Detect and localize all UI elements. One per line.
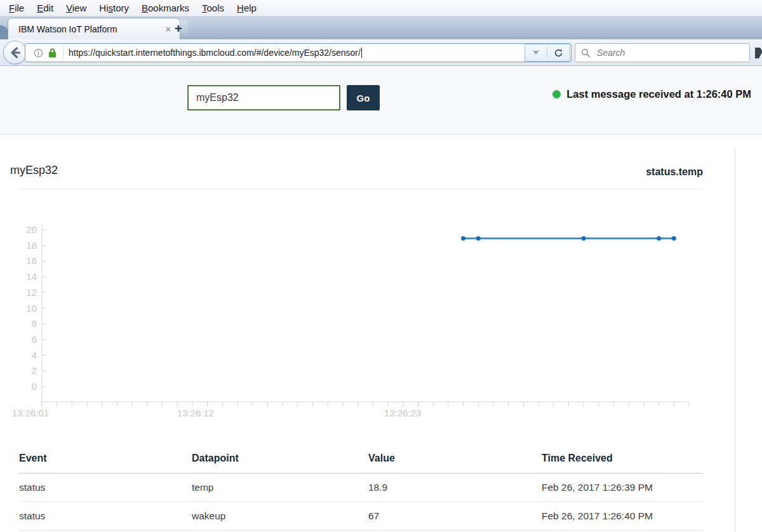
sensor-chart: 0246810121416182013:26:0113:26:1213:26:2… (0, 216, 762, 425)
metric-label: status.temp (646, 166, 703, 178)
reload-icon (554, 48, 563, 58)
back-button[interactable] (3, 41, 27, 64)
device-title: myEsp32 (10, 164, 58, 177)
table-cell: 18.9 (368, 482, 542, 493)
tab-strip: IBM Watson IoT Platform × + (0, 16, 762, 39)
url-bar[interactable]: https://quickstart.internetofthings.ibmc… (25, 43, 572, 62)
table-cell: Feb 26, 2017 1:26:40 PM (542, 510, 703, 522)
clipped-toolbar-icon[interactable] (754, 46, 762, 60)
table-cell: status (19, 510, 192, 522)
svg-text:18: 18 (26, 240, 37, 251)
menu-bookmarks[interactable]: Bookmarks (135, 1, 196, 15)
svg-text:0: 0 (32, 381, 37, 392)
svg-text:6: 6 (32, 334, 37, 345)
device-id-input[interactable] (187, 85, 340, 110)
svg-text:12: 12 (26, 287, 37, 298)
svg-text:8: 8 (32, 318, 37, 329)
svg-text:20: 20 (26, 224, 37, 235)
table-row: statustemp18.9Feb 26, 2017 1:26:39 PM (19, 474, 703, 502)
table-cell: status (19, 482, 192, 493)
menu-edit[interactable]: Edit (30, 1, 60, 15)
text-caret (361, 48, 362, 58)
panel-right-border (735, 148, 735, 532)
search-input[interactable] (596, 47, 749, 58)
browser-window: FileEditViewHistoryBookmarksToolsHelp IB… (0, 0, 762, 532)
search-icon (581, 48, 591, 58)
go-button[interactable]: Go (347, 85, 380, 110)
card-divider (19, 189, 703, 189)
svg-text:13:26:12: 13:26:12 (177, 408, 214, 418)
svg-text:13:26:01: 13:26:01 (12, 408, 49, 418)
address-text[interactable]: https://quickstart.internetofthings.ibmc… (69, 48, 361, 58)
menu-help[interactable]: Help (231, 1, 263, 15)
sensor-chart-container: 0246810121416182013:26:0113:26:1213:26:2… (0, 216, 762, 425)
menu-view[interactable]: View (60, 1, 93, 15)
url-dropdown-button[interactable] (525, 51, 547, 55)
svg-text:10: 10 (26, 303, 37, 314)
menu-file[interactable]: File (3, 1, 30, 15)
table-cell: temp (192, 482, 368, 493)
table-body: statustemp18.9Feb 26, 2017 1:26:39 PMsta… (19, 474, 703, 531)
reload-button[interactable] (547, 48, 569, 58)
table-cell: 67 (368, 510, 542, 522)
svg-text:4: 4 (32, 350, 37, 361)
column-header: Value (368, 453, 542, 464)
chevron-down-icon (533, 51, 539, 55)
table-header-row: EventDatapointValueTime Received (19, 446, 703, 474)
table-cell: Feb 26, 2017 1:26:39 PM (542, 482, 703, 493)
column-header: Time Received (542, 453, 703, 464)
urlbar-actions (525, 44, 570, 62)
table-cell: wakeup (192, 510, 368, 522)
menu-bar: FileEditViewHistoryBookmarksToolsHelp (0, 0, 762, 16)
tab-ibm-watson-iot[interactable]: IBM Watson IoT Platform × (8, 18, 180, 39)
connection-status: Last message received at 1:26:40 PM (552, 81, 751, 107)
menu-history[interactable]: History (93, 1, 135, 15)
column-header: Datapoint (192, 453, 368, 464)
tab-title: IBM Watson IoT Platform (18, 24, 162, 34)
table-row: statuswakeup67Feb 26, 2017 1:26:40 PM (19, 502, 703, 531)
events-table: EventDatapointValueTime Received statust… (19, 446, 703, 531)
device-header-band: Go Last message received at 1:26:40 PM (0, 66, 762, 135)
svg-text:2: 2 (32, 365, 37, 376)
menu-tools[interactable]: Tools (196, 1, 231, 15)
svg-text:16: 16 (26, 255, 37, 266)
search-box[interactable] (575, 43, 750, 62)
status-dot-icon (552, 90, 561, 98)
green-lock-icon[interactable] (48, 48, 57, 58)
new-tab-button[interactable]: + (169, 20, 188, 37)
status-message: Last message received at 1:26:40 PM (566, 88, 751, 100)
urlbar-separator (63, 46, 64, 59)
site-info-icon[interactable] (34, 48, 43, 58)
column-header: Event (19, 453, 192, 464)
svg-text:13:26:23: 13:26:23 (384, 408, 421, 418)
arrow-left-icon (8, 46, 22, 60)
svg-text:14: 14 (26, 271, 37, 282)
